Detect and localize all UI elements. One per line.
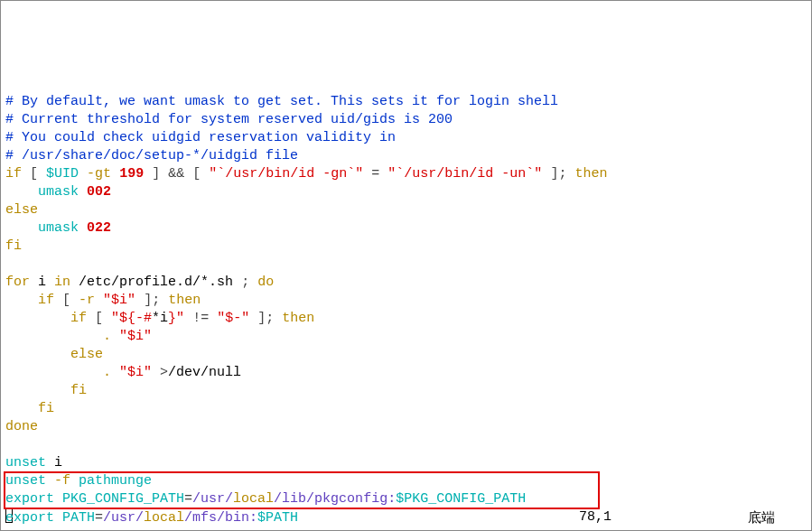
var-i: i xyxy=(38,275,46,290)
kw-then: then xyxy=(168,293,201,308)
kw-if: if xyxy=(5,166,22,182)
param-exp-end: }" xyxy=(168,311,184,326)
source-dot: . xyxy=(103,329,111,344)
bracket-open: [ xyxy=(62,293,70,308)
path-mfs: /mfs/bin: xyxy=(184,510,257,526)
bracket-close: ] xyxy=(144,293,152,308)
source-dot: . xyxy=(103,365,111,380)
cmd-export: export xyxy=(5,510,54,526)
cmd-unset: unset xyxy=(5,473,46,489)
kw-then: then xyxy=(282,311,314,326)
eq: = xyxy=(95,510,103,526)
cmd-umask: umask xyxy=(38,220,79,236)
semi: ; xyxy=(266,311,274,326)
func-pathmunge: pathmunge xyxy=(79,473,152,489)
op-eq: = xyxy=(371,166,379,182)
kw-else: else xyxy=(70,347,103,362)
bracket-close: ] xyxy=(152,166,160,182)
flag-f: -f xyxy=(54,473,70,489)
redir: > xyxy=(160,365,168,380)
op-r: -r xyxy=(79,293,95,308)
path-usr: /usr/ xyxy=(192,491,233,507)
comment-line: # You could check uidgid reservation val… xyxy=(5,130,396,145)
devnull: /dev/null xyxy=(168,365,241,380)
str-id-gn: "`/usr/bin/id -gn`" xyxy=(209,166,363,182)
kw-for: for xyxy=(5,275,30,290)
kw-local: local xyxy=(144,510,184,526)
kw-then: then xyxy=(574,166,607,182)
cmd-unset: unset xyxy=(5,455,46,470)
var-pkgconfig: PKG_CONFIG_PATH xyxy=(62,491,184,507)
comment-line: # /usr/share/doc/setup-*/uidgid file xyxy=(5,148,298,163)
kw-done: done xyxy=(5,419,38,434)
var-i: i xyxy=(54,455,62,470)
str-i: "$i" xyxy=(119,365,152,380)
op-and: && xyxy=(168,166,184,182)
bracket-open: [ xyxy=(192,166,201,182)
kw-else: else xyxy=(5,202,38,218)
cmd-export: export xyxy=(5,491,54,507)
kw-fi: fi xyxy=(5,238,22,254)
path-usr: /usr/ xyxy=(103,510,144,526)
status-position: 78,1 xyxy=(579,508,611,526)
kw-if: if xyxy=(38,293,54,308)
kw-fi: fi xyxy=(70,383,87,398)
op-gt: -gt xyxy=(87,166,111,182)
op-neq: != xyxy=(192,311,209,326)
kw-fi: fi xyxy=(38,401,54,416)
var-uid: $UID xyxy=(46,166,79,182)
var-pathref: $PATH xyxy=(257,510,298,526)
param-exp-start: "${-# xyxy=(111,311,152,326)
str-dash: "$-" xyxy=(217,311,249,326)
str-i: "$i" xyxy=(119,329,152,344)
param-star-i: *i xyxy=(152,311,168,326)
str-id-un: "`/usr/bin/id -un`" xyxy=(387,166,542,182)
var-pkgref: $PKG_CONFIG_PATH xyxy=(396,491,526,507)
kw-in: in xyxy=(54,275,70,290)
bracket-close: ] xyxy=(257,311,266,326)
var-path: PATH xyxy=(62,510,95,526)
str-i: "$i" xyxy=(103,293,135,308)
semi: ; xyxy=(152,293,160,308)
glob-path: /etc/profile.d/*.sh xyxy=(79,275,241,290)
kw-if: if xyxy=(70,311,87,326)
eq: = xyxy=(184,491,192,507)
semi: ; xyxy=(558,166,566,182)
kw-do: do xyxy=(257,275,274,290)
editor-viewport[interactable]: # By default, we want umask to get set. … xyxy=(1,73,811,527)
bracket-open: [ xyxy=(30,166,38,182)
comment-line: # Current threshold for system reserved … xyxy=(5,112,453,127)
num-022: 022 xyxy=(87,220,111,236)
bracket-open: [ xyxy=(95,311,103,326)
status-location: 底端 xyxy=(748,508,775,526)
num-002: 002 xyxy=(87,184,111,200)
kw-local: local xyxy=(233,491,274,507)
cmd-umask: umask xyxy=(38,184,79,200)
path-libpkg: /lib/pkgconfig: xyxy=(274,491,396,507)
comment-line: # By default, we want umask to get set. … xyxy=(5,94,558,109)
num-199: 199 xyxy=(119,166,144,182)
semi: ; xyxy=(241,275,249,290)
